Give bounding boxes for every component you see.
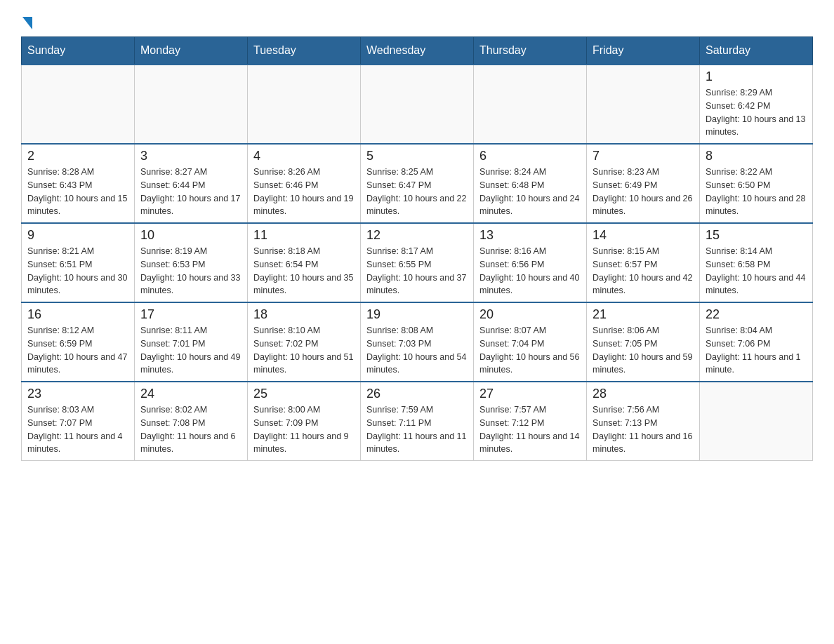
- calendar-cell: 22Sunrise: 8:04 AM Sunset: 7:06 PM Dayli…: [700, 302, 813, 382]
- calendar-table: SundayMondayTuesdayWednesdayThursdayFrid…: [21, 36, 813, 461]
- day-info: Sunrise: 8:08 AM Sunset: 7:03 PM Dayligh…: [366, 324, 468, 377]
- day-info: Sunrise: 8:24 AM Sunset: 6:48 PM Dayligh…: [479, 166, 581, 218]
- column-header-tuesday: Tuesday: [248, 37, 361, 65]
- calendar-cell: 5Sunrise: 8:25 AM Sunset: 6:47 PM Daylig…: [361, 144, 474, 223]
- calendar-cell: 4Sunrise: 8:26 AM Sunset: 6:46 PM Daylig…: [248, 144, 361, 223]
- day-info: Sunrise: 8:10 AM Sunset: 7:02 PM Dayligh…: [253, 324, 355, 377]
- day-number: 27: [479, 387, 581, 401]
- day-info: Sunrise: 8:17 AM Sunset: 6:55 PM Dayligh…: [366, 245, 468, 297]
- calendar-cell: 1Sunrise: 8:29 AM Sunset: 6:42 PM Daylig…: [700, 65, 813, 144]
- day-number: 21: [593, 307, 694, 322]
- day-info: Sunrise: 8:25 AM Sunset: 6:47 PM Dayligh…: [366, 166, 468, 218]
- calendar-cell: 11Sunrise: 8:18 AM Sunset: 6:54 PM Dayli…: [248, 223, 361, 302]
- day-info: Sunrise: 8:27 AM Sunset: 6:44 PM Dayligh…: [140, 166, 241, 218]
- calendar-cell: 15Sunrise: 8:14 AM Sunset: 6:58 PM Dayli…: [700, 223, 813, 302]
- day-info: Sunrise: 8:00 AM Sunset: 7:09 PM Dayligh…: [253, 403, 355, 456]
- day-info: Sunrise: 8:14 AM Sunset: 6:58 PM Dayligh…: [706, 245, 807, 297]
- week-row-1: 1Sunrise: 8:29 AM Sunset: 6:42 PM Daylig…: [22, 65, 813, 144]
- day-info: Sunrise: 8:03 AM Sunset: 7:07 PM Dayligh…: [27, 403, 128, 456]
- calendar-header-row: SundayMondayTuesdayWednesdayThursdayFrid…: [22, 37, 813, 65]
- day-number: 25: [253, 387, 355, 401]
- day-number: 19: [366, 307, 468, 322]
- day-number: 11: [253, 228, 355, 243]
- day-info: Sunrise: 8:07 AM Sunset: 7:04 PM Dayligh…: [479, 324, 581, 377]
- day-info: Sunrise: 8:04 AM Sunset: 7:06 PM Dayligh…: [706, 324, 807, 377]
- logo-general: [21, 14, 32, 29]
- calendar-cell: 28Sunrise: 7:56 AM Sunset: 7:13 PM Dayli…: [587, 382, 700, 461]
- day-info: Sunrise: 8:11 AM Sunset: 7:01 PM Dayligh…: [140, 324, 241, 377]
- calendar-cell: 10Sunrise: 8:19 AM Sunset: 6:53 PM Dayli…: [135, 223, 248, 302]
- day-number: 6: [479, 149, 581, 163]
- day-number: 24: [140, 387, 241, 401]
- day-info: Sunrise: 7:59 AM Sunset: 7:11 PM Dayligh…: [366, 403, 468, 456]
- calendar-cell: 9Sunrise: 8:21 AM Sunset: 6:51 PM Daylig…: [22, 223, 135, 302]
- day-number: 22: [706, 307, 807, 322]
- day-number: 1: [706, 69, 807, 84]
- calendar-cell: 14Sunrise: 8:15 AM Sunset: 6:57 PM Dayli…: [587, 223, 700, 302]
- calendar-cell: 16Sunrise: 8:12 AM Sunset: 6:59 PM Dayli…: [22, 302, 135, 382]
- calendar-cell: 20Sunrise: 8:07 AM Sunset: 7:04 PM Dayli…: [474, 302, 587, 382]
- day-number: 28: [593, 387, 694, 401]
- day-number: 23: [27, 387, 128, 401]
- day-number: 2: [27, 149, 128, 163]
- day-number: 10: [140, 228, 241, 243]
- logo-arrow-icon: [22, 17, 32, 29]
- day-info: Sunrise: 8:06 AM Sunset: 7:05 PM Dayligh…: [593, 324, 694, 377]
- day-info: Sunrise: 8:29 AM Sunset: 6:42 PM Dayligh…: [706, 86, 807, 139]
- day-number: 20: [479, 307, 581, 322]
- day-number: 3: [140, 149, 241, 163]
- day-number: 26: [366, 387, 468, 401]
- day-info: Sunrise: 8:26 AM Sunset: 6:46 PM Dayligh…: [253, 166, 355, 218]
- calendar-cell: [135, 65, 248, 144]
- day-info: Sunrise: 7:56 AM Sunset: 7:13 PM Dayligh…: [593, 403, 694, 456]
- calendar-cell: 24Sunrise: 8:02 AM Sunset: 7:08 PM Dayli…: [135, 382, 248, 461]
- week-row-2: 2Sunrise: 8:28 AM Sunset: 6:43 PM Daylig…: [22, 144, 813, 223]
- column-header-saturday: Saturday: [700, 37, 813, 65]
- calendar-cell: [361, 65, 474, 144]
- calendar-cell: 23Sunrise: 8:03 AM Sunset: 7:07 PM Dayli…: [22, 382, 135, 461]
- week-row-3: 9Sunrise: 8:21 AM Sunset: 6:51 PM Daylig…: [22, 223, 813, 302]
- calendar-cell: [248, 65, 361, 144]
- calendar-cell: 25Sunrise: 8:00 AM Sunset: 7:09 PM Dayli…: [248, 382, 361, 461]
- calendar-cell: [22, 65, 135, 144]
- day-number: 9: [27, 228, 128, 243]
- day-number: 17: [140, 307, 241, 322]
- calendar-cell: 19Sunrise: 8:08 AM Sunset: 7:03 PM Dayli…: [361, 302, 474, 382]
- column-header-thursday: Thursday: [474, 37, 587, 65]
- day-number: 4: [253, 149, 355, 163]
- day-info: Sunrise: 8:28 AM Sunset: 6:43 PM Dayligh…: [27, 166, 128, 218]
- column-header-friday: Friday: [587, 37, 700, 65]
- day-info: Sunrise: 8:22 AM Sunset: 6:50 PM Dayligh…: [706, 166, 807, 218]
- calendar-cell: 3Sunrise: 8:27 AM Sunset: 6:44 PM Daylig…: [135, 144, 248, 223]
- day-info: Sunrise: 8:19 AM Sunset: 6:53 PM Dayligh…: [140, 245, 241, 297]
- day-info: Sunrise: 8:23 AM Sunset: 6:49 PM Dayligh…: [593, 166, 694, 218]
- day-info: Sunrise: 8:12 AM Sunset: 6:59 PM Dayligh…: [27, 324, 128, 377]
- calendar-cell: 27Sunrise: 7:57 AM Sunset: 7:12 PM Dayli…: [474, 382, 587, 461]
- column-header-monday: Monday: [135, 37, 248, 65]
- calendar-cell: 2Sunrise: 8:28 AM Sunset: 6:43 PM Daylig…: [22, 144, 135, 223]
- day-info: Sunrise: 8:18 AM Sunset: 6:54 PM Dayligh…: [253, 245, 355, 297]
- day-number: 16: [27, 307, 128, 322]
- calendar-cell: [587, 65, 700, 144]
- day-info: Sunrise: 8:02 AM Sunset: 7:08 PM Dayligh…: [140, 403, 241, 456]
- day-number: 13: [479, 228, 581, 243]
- day-number: 12: [366, 228, 468, 243]
- calendar-cell: 12Sunrise: 8:17 AM Sunset: 6:55 PM Dayli…: [361, 223, 474, 302]
- day-info: Sunrise: 8:21 AM Sunset: 6:51 PM Dayligh…: [27, 245, 128, 297]
- day-number: 8: [706, 149, 807, 163]
- week-row-5: 23Sunrise: 8:03 AM Sunset: 7:07 PM Dayli…: [22, 382, 813, 461]
- day-info: Sunrise: 8:16 AM Sunset: 6:56 PM Dayligh…: [479, 245, 581, 297]
- day-number: 5: [366, 149, 468, 163]
- day-info: Sunrise: 7:57 AM Sunset: 7:12 PM Dayligh…: [479, 403, 581, 456]
- week-row-4: 16Sunrise: 8:12 AM Sunset: 6:59 PM Dayli…: [22, 302, 813, 382]
- calendar-cell: 21Sunrise: 8:06 AM Sunset: 7:05 PM Dayli…: [587, 302, 700, 382]
- calendar-cell: 13Sunrise: 8:16 AM Sunset: 6:56 PM Dayli…: [474, 223, 587, 302]
- day-number: 14: [593, 228, 694, 243]
- day-number: 7: [593, 149, 694, 163]
- calendar-cell: 18Sunrise: 8:10 AM Sunset: 7:02 PM Dayli…: [248, 302, 361, 382]
- logo: [21, 14, 32, 29]
- day-number: 15: [706, 228, 807, 243]
- calendar-cell: 26Sunrise: 7:59 AM Sunset: 7:11 PM Dayli…: [361, 382, 474, 461]
- calendar-cell: [474, 65, 587, 144]
- day-number: 18: [253, 307, 355, 322]
